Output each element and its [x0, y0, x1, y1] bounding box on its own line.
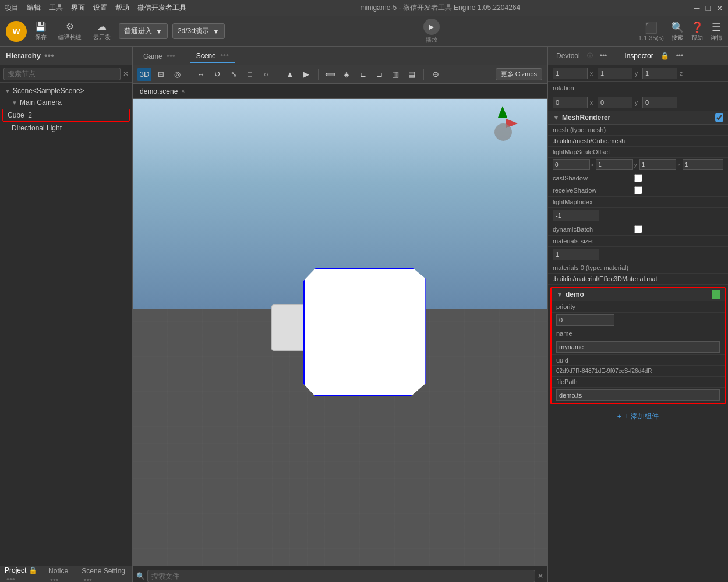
- tree-item-directional-light[interactable]: Directional Light: [0, 122, 132, 134]
- scene-file-close[interactable]: ×: [181, 88, 185, 94]
- mesh-renderer-header[interactable]: ▼ MeshRenderer: [548, 111, 728, 125]
- tool-plus[interactable]: ⊕: [429, 68, 443, 81]
- priority-input[interactable]: [556, 314, 614, 326]
- save-icon: 💾: [35, 21, 47, 32]
- game-tab-menu[interactable]: •••: [167, 51, 175, 61]
- filepath-input[interactable]: [556, 389, 720, 401]
- mesh-prop-label: mesh (type: mesh): [553, 126, 634, 133]
- tool-b2[interactable]: ◈: [340, 68, 354, 81]
- position-x-input[interactable]: [553, 68, 588, 79]
- tree-item-main-camera[interactable]: ▼ Main Camera: [0, 97, 132, 108]
- demo-component-header[interactable]: ▼ demo: [552, 288, 725, 301]
- rotation-z-input[interactable]: [642, 97, 677, 108]
- scene-file-name: demo.scene: [140, 87, 178, 95]
- lmso-x-input[interactable]: [553, 159, 590, 170]
- tab-notice[interactable]: Notice •••: [48, 565, 75, 583]
- name-input[interactable]: [556, 341, 720, 353]
- tab-scene-setting[interactable]: Scene Setting •••: [82, 565, 128, 583]
- rotation-x-input[interactable]: [553, 97, 588, 108]
- cast-shadow-checkbox[interactable]: [634, 174, 642, 182]
- tool-b6[interactable]: ▤: [405, 68, 419, 81]
- menu-item-settings[interactable]: 设置: [93, 3, 107, 13]
- cloud-icon: ☁: [97, 21, 107, 32]
- tool-a1[interactable]: ▲: [283, 68, 297, 81]
- build-button[interactable]: ⚙ 编译构建: [55, 20, 85, 42]
- minimize-button[interactable]: ─: [694, 3, 700, 13]
- tool-a2[interactable]: ▶: [299, 68, 313, 81]
- render-dropdown[interactable]: 2d/3d演示 ▼: [172, 23, 225, 39]
- tool-scale[interactable]: ⤡: [227, 68, 241, 81]
- project-dots[interactable]: •••: [6, 574, 15, 583]
- position-y-input[interactable]: [598, 68, 632, 79]
- mode-dropdown[interactable]: 普通进入 ▼: [119, 23, 168, 39]
- tab-project[interactable]: Project 🔒 •••: [5, 564, 41, 583]
- tool-3d[interactable]: 3D: [137, 68, 151, 81]
- tab-scene[interactable]: Scene •••: [190, 48, 235, 63]
- tool-rotate[interactable]: ↺: [210, 68, 224, 81]
- menu-item-interface[interactable]: 界面: [71, 3, 85, 13]
- materials-size-input[interactable]: [553, 249, 599, 260]
- tool-circle[interactable]: ◎: [170, 68, 184, 81]
- hierarchy-search-input[interactable]: [3, 68, 121, 80]
- tool-oval[interactable]: ○: [259, 68, 273, 81]
- position-x-label: x: [590, 70, 593, 77]
- scene-file-tab-demo[interactable]: demo.scene ×: [133, 85, 192, 98]
- hierarchy-search-close[interactable]: ✕: [123, 70, 129, 78]
- receive-shadow-checkbox[interactable]: [634, 186, 642, 194]
- hierarchy-title: Hierarchy: [6, 51, 41, 60]
- tab-devtool[interactable]: Devtool: [553, 49, 584, 62]
- toolbar-screen-button[interactable]: ⬛ 1.1.35(5): [638, 22, 664, 41]
- inspector-dots[interactable]: •••: [673, 49, 687, 62]
- tree-item-cube2[interactable]: Cube_2: [2, 109, 130, 122]
- menu-item-wx[interactable]: 微信开发者工具: [137, 3, 186, 13]
- tool-rect[interactable]: □: [243, 68, 257, 81]
- mesh-renderer-checkbox[interactable]: [715, 113, 723, 122]
- menu-item-tools[interactable]: 工具: [49, 3, 63, 13]
- project-lock-icon[interactable]: 🔒: [29, 566, 37, 574]
- toolbar-help-button[interactable]: ❓ 帮助: [691, 21, 704, 42]
- menu-item-help[interactable]: 帮助: [115, 3, 129, 13]
- notice-dots[interactable]: •••: [50, 575, 59, 583]
- scene-setting-dots[interactable]: •••: [83, 575, 92, 583]
- add-component-button[interactable]: + + 添加组件: [548, 407, 728, 426]
- scene-tab-menu[interactable]: •••: [220, 51, 229, 60]
- toolbar-search-button[interactable]: 🔍 搜索: [671, 21, 684, 42]
- inspector-lock-icon[interactable]: 🔒: [660, 52, 669, 60]
- lmso-z-input[interactable]: [639, 159, 677, 170]
- rotation-values-row: x y: [548, 94, 728, 111]
- tool-b5[interactable]: ▥: [388, 68, 402, 81]
- lmso-w-input[interactable]: [683, 159, 723, 170]
- tool-b1[interactable]: ⟺: [323, 68, 337, 81]
- lmso-y-input[interactable]: [596, 159, 633, 170]
- save-button[interactable]: 💾 保存: [31, 20, 50, 42]
- tab-game[interactable]: Game •••: [137, 49, 181, 63]
- rotation-y-input[interactable]: [598, 97, 632, 108]
- lightmap-index-input[interactable]: [553, 210, 599, 221]
- close-button[interactable]: ✕: [716, 3, 723, 13]
- tool-grid[interactable]: ⊞: [154, 68, 168, 81]
- materials-0-value: .buildin/material/Effec3DMaterial.mat: [553, 275, 723, 282]
- viewport[interactable]: [133, 99, 547, 566]
- gizmos-button[interactable]: 更多 Gizmos: [496, 68, 542, 80]
- menu-item-edit[interactable]: 编辑: [27, 3, 41, 13]
- tab-inspector[interactable]: Inspector: [621, 49, 656, 62]
- tool-b4[interactable]: ⊐: [372, 68, 386, 81]
- play-button[interactable]: ▶: [423, 19, 440, 35]
- assets-search-icon: 🔍: [136, 572, 145, 580]
- maximize-button[interactable]: □: [706, 3, 711, 13]
- lmso-z-field: z: [639, 159, 680, 170]
- cloud-button[interactable]: ☁ 云开发: [90, 20, 114, 42]
- position-z-input[interactable]: [642, 68, 677, 79]
- search-label: 搜索: [672, 34, 683, 42]
- assets-search-input[interactable]: [147, 570, 535, 583]
- assets-search-close[interactable]: ✕: [538, 572, 543, 580]
- tree-item-scene[interactable]: ▼ Scene<SampleScene>: [0, 85, 132, 97]
- toolbar-detail-button[interactable]: ☰ 详情: [711, 21, 722, 42]
- tool-move[interactable]: ↔: [194, 68, 208, 81]
- devtool-dots[interactable]: •••: [596, 49, 611, 62]
- menu-item-project[interactable]: 项目: [5, 3, 19, 13]
- assets-panel: 🔍 ✕ assets SCN demo.scene TS demo.ts MD …: [133, 566, 547, 582]
- dynamic-batch-checkbox[interactable]: [634, 225, 642, 233]
- tool-b3[interactable]: ⊏: [356, 68, 370, 81]
- hierarchy-menu[interactable]: •••: [44, 51, 54, 61]
